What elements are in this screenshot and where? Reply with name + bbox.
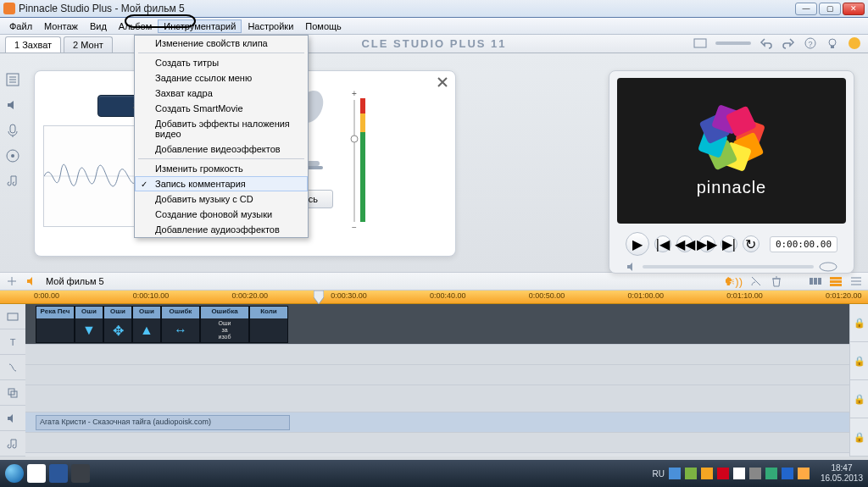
timeline-ruler[interactable]: 0:00.000:00:10.000:00:20.000:00:30.000:0… [0,291,868,304]
menu-монтаж[interactable]: Монтаж [38,19,84,33]
go-end-button[interactable]: ▶| [721,235,737,252]
mute-icon[interactable] [626,261,637,273]
playhead[interactable] [314,291,324,304]
volume-tool-icon[interactable] [5,97,20,113]
video-clip[interactable]: ОшибкаОшизаизоб [200,306,249,343]
music-tool-icon[interactable] [5,174,20,189]
video-track-icon[interactable] [6,310,19,324]
video-clip[interactable]: Ошибк↔ [161,306,200,343]
video-clip[interactable]: Река Печ [36,306,75,343]
rewind-button[interactable]: ◀◀ [676,235,693,252]
tray-icon[interactable] [669,468,681,479]
mode-tab[interactable]: 1 Захват [5,36,61,53]
video-track[interactable]: Река ПечОши▼Оши✥Оши▲Ошибк↔ОшибкаОшизаизо… [25,304,849,345]
level-meter[interactable]: + − [348,88,367,232]
lock-icon[interactable]: 🔒 [850,342,868,380]
redo-icon[interactable] [782,36,795,50]
menu-item[interactable]: Создание фоновой музыки [135,207,308,222]
panel-close-icon[interactable] [435,75,450,90]
music-track[interactable]: Агата Кристи - Сказочная тайга (audiopoi… [25,412,849,433]
tray-icon[interactable] [798,468,810,479]
clip-properties-icon[interactable] [5,72,20,87]
voiceover-tool-icon[interactable] [5,123,20,138]
start-button[interactable] [5,464,24,483]
tray-icon[interactable] [733,468,745,479]
menu-инструментарий[interactable]: Инструментарий [158,19,242,33]
menu-файл[interactable]: Файл [3,19,38,33]
menu-item[interactable]: Изменить громкость [135,161,308,176]
ruler-tick: 0:00.00 [34,291,59,300]
loop-button[interactable]: ↻ [743,235,760,252]
tray-icon[interactable] [685,468,697,479]
go-start-button[interactable]: |◀ [654,235,671,252]
mode-tab[interactable]: 2 Монт [64,36,113,53]
lock-icon[interactable]: 🔒 [850,380,868,418]
timeline-collapse-icon[interactable] [5,274,19,288]
music-track-icon[interactable] [6,437,19,451]
undo-icon[interactable] [760,36,773,50]
lock-icon[interactable]: 🔒 [850,304,868,342]
video-clip[interactable]: Оши✥ [103,306,132,343]
trash-icon[interactable] [770,274,783,288]
video-clip[interactable]: Оши▲ [132,306,161,343]
lock-icon[interactable]: 🔒 [850,418,868,457]
title-track[interactable] [25,345,849,365]
tray-icon[interactable] [701,468,713,479]
language-indicator[interactable]: RU [652,469,664,479]
cd-audio-icon[interactable] [5,148,20,163]
dvd-icon[interactable] [819,261,837,273]
menu-item[interactable]: Добавление аудиоэффектов [135,222,308,237]
tray-icon[interactable] [717,468,729,479]
taskbar-app-icon[interactable] [71,464,90,483]
timeline-mode-icon[interactable] [829,274,843,288]
audio-track-icon[interactable] [6,412,19,425]
menu-настройки[interactable]: Настройки [242,19,299,33]
svg-rect-21 [360,98,365,113]
help-icon[interactable]: ? [804,36,817,50]
windows-taskbar[interactable]: RU 18:47 16.05.2013 [0,460,868,487]
storyboard-mode-icon[interactable] [809,274,822,288]
menu-item[interactable]: Создать SmartMovie [135,101,308,116]
menu-item[interactable]: Захват кадра [135,86,308,101]
effect-track-icon[interactable] [6,361,19,374]
menu-помощь[interactable]: Помощь [299,19,348,33]
zoom-slider[interactable] [715,42,751,45]
taskbar-chrome-icon[interactable] [27,464,46,483]
speaker-small-icon[interactable] [25,274,39,288]
taskbar-word-icon[interactable] [49,464,68,483]
play-button[interactable]: ▶ [626,232,649,256]
tray-icon[interactable] [749,468,761,479]
menu-item[interactable]: Задание ссылок меню [135,70,308,86]
premium-icon[interactable] [848,36,861,50]
audio-clip[interactable]: Агата Кристи - Сказочная тайга (audiopoi… [36,415,290,430]
lightbulb-icon[interactable] [826,36,839,50]
tray-icon[interactable] [765,468,777,479]
storyboard-view-icon[interactable] [693,36,707,50]
tray-icon[interactable] [782,468,793,479]
menu-вид[interactable]: Вид [84,19,113,33]
effect-track[interactable] [25,365,849,385]
menu-item[interactable]: Добавление видеоэффектов [135,141,308,157]
taskbar-clock[interactable]: 18:47 16.05.2013 [821,463,863,484]
video-clip[interactable]: Оши▼ [75,306,103,343]
title-track-icon[interactable]: T [6,335,19,349]
ruler-tick: 0:00:50.00 [529,291,565,300]
menu-item[interactable]: ✓Запись комментария [135,176,308,191]
menu-item[interactable]: Добавить музыку с CD [135,191,308,207]
minimize-button[interactable]: — [795,3,817,15]
menu-альбом[interactable]: Альбом [113,19,158,33]
maximize-button[interactable]: ▢ [819,3,841,15]
forward-button[interactable]: ▶▶ [698,235,715,252]
menu-item[interactable]: Изменение свойств клипа [135,36,308,51]
overlay-track-icon[interactable] [6,386,19,400]
menu-item[interactable]: Добавить эффекты наложения видео [135,116,308,141]
video-clip[interactable]: Коли [249,306,288,343]
list-mode-icon[interactable] [849,274,863,288]
volume-slider[interactable] [643,265,814,268]
voice-track[interactable] [25,433,849,453]
mode-tabs: 1 Захват2 МонтCLE STUDIO PLUS 11 ? [0,35,868,53]
razor-icon[interactable] [749,274,763,288]
close-button[interactable]: ✕ [843,3,865,15]
menu-item[interactable]: Создать титры [135,55,308,70]
overlay-track[interactable] [25,385,849,412]
